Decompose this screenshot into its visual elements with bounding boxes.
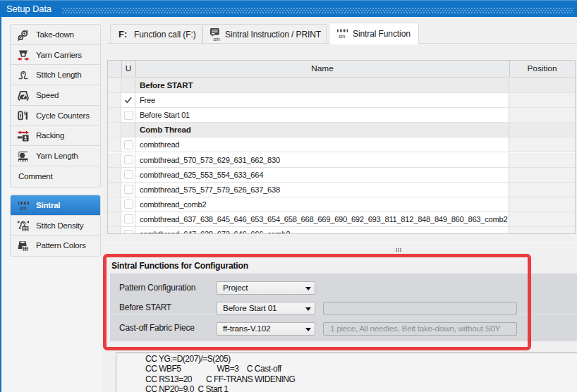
svg-text:sin: sin [20,205,27,212]
svg-text:sin: sin [339,33,345,39]
svg-text:sin: sin [213,36,219,42]
